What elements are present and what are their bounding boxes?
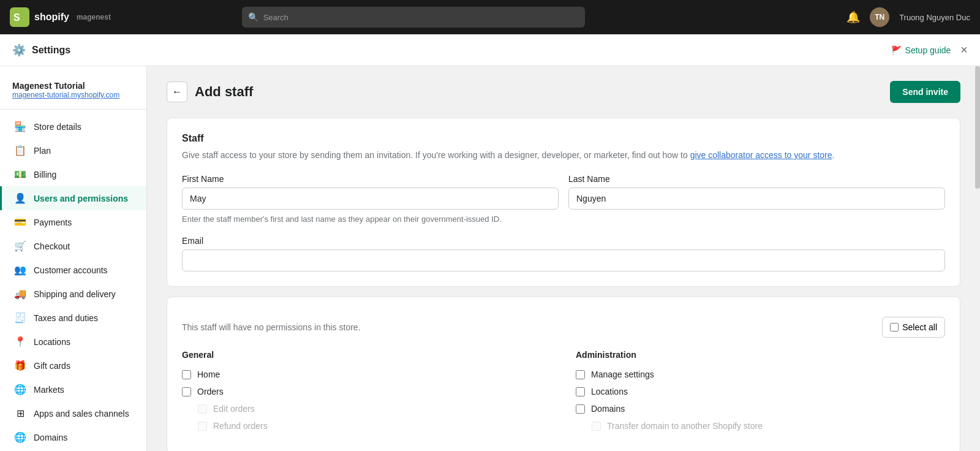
settings-title: Settings xyxy=(32,45,70,56)
store-details-icon: 🏪 xyxy=(14,121,26,132)
search-placeholder-text: Search xyxy=(263,13,288,22)
avatar: TN xyxy=(870,7,889,27)
sidebar-item-gift-cards[interactable]: 🎁 Gift cards xyxy=(0,354,146,377)
staff-section-title: Staff xyxy=(182,133,945,144)
perm-manage-settings-checkbox[interactable] xyxy=(576,370,585,379)
topbar-right: 🔔 TN Truong Nguyen Duc xyxy=(846,7,970,27)
payments-icon: 💳 xyxy=(14,216,26,228)
store-name: Magenest Tutorial xyxy=(12,81,134,91)
perm-manage-settings-label: Manage settings xyxy=(591,370,654,379)
sidebar-item-label: Plan xyxy=(34,146,51,156)
general-permissions-col: General Home Orders Edit orders xyxy=(182,350,551,438)
perm-home-checkbox[interactable] xyxy=(182,370,191,379)
select-all-button[interactable]: Select all xyxy=(882,317,945,338)
collab-link[interactable]: give collaborator access to your store xyxy=(690,150,832,160)
topbar-search-bar[interactable]: 🔍 Search xyxy=(242,7,585,28)
first-name-input[interactable] xyxy=(182,188,559,210)
perm-refund-orders: Refund orders xyxy=(182,421,551,431)
first-name-label: First Name xyxy=(182,174,559,184)
billing-icon: 💵 xyxy=(14,169,26,180)
perm-refund-orders-label: Refund orders xyxy=(213,421,268,431)
page-header: ← Add staff Send invite xyxy=(167,81,960,103)
sidebar-item-apps-sales-channels[interactable]: ⊞ Apps and sales channels xyxy=(0,401,146,425)
email-label: Email xyxy=(182,236,945,246)
scroll-thumb[interactable] xyxy=(975,66,980,189)
markets-icon: 🌐 xyxy=(14,384,26,395)
setup-guide-link[interactable]: 🚩 Setup guide xyxy=(891,45,951,55)
last-name-input[interactable] xyxy=(568,188,945,210)
shipping-icon: 🚚 xyxy=(14,288,26,300)
name-hint: Enter the staff member's first and last … xyxy=(182,214,945,224)
settings-bar: ⚙️ Settings 🚩 Setup guide × xyxy=(0,34,980,66)
send-invite-button[interactable]: Send invite xyxy=(890,81,960,103)
domains-icon: 🌐 xyxy=(14,431,26,443)
apps-icon: ⊞ xyxy=(14,407,26,419)
topbar: S shopify magenest 🔍 Search 🔔 TN Truong … xyxy=(0,0,980,34)
perm-admin-domains-checkbox[interactable] xyxy=(576,404,585,414)
main-layout: Magenest Tutorial magenest-tutorial.mysh… xyxy=(0,66,980,451)
perm-orders-label: Orders xyxy=(197,387,224,396)
email-input[interactable] xyxy=(182,249,945,271)
perm-refund-orders-checkbox[interactable] xyxy=(198,422,207,431)
flag-icon: 🚩 xyxy=(891,45,902,55)
username-label: Truong Nguyen Duc xyxy=(899,13,970,22)
select-all-label: Select all xyxy=(902,322,937,332)
sidebar-item-label: Locations xyxy=(34,337,70,347)
sidebar-item-label: Gift cards xyxy=(34,361,70,371)
sidebar-item-markets[interactable]: 🌐 Markets xyxy=(0,377,146,401)
checkout-icon: 🛒 xyxy=(14,240,26,252)
perm-edit-orders: Edit orders xyxy=(182,404,551,414)
sidebar-item-users-permissions[interactable]: 👤 Users and permissions xyxy=(0,186,146,210)
topbar-logo-text: shopify xyxy=(34,12,69,23)
perm-admin-domains: Domains xyxy=(576,404,945,414)
staff-desc-text: Give staff access to your store by sendi… xyxy=(182,150,688,160)
store-info: Magenest Tutorial magenest-tutorial.mysh… xyxy=(0,76,146,110)
back-button[interactable]: ← xyxy=(167,81,187,102)
sidebar-item-taxes-duties[interactable]: 🧾 Taxes and duties xyxy=(0,306,146,330)
sidebar-item-billing[interactable]: 💵 Billing xyxy=(0,162,146,186)
perm-admin-locations-checkbox[interactable] xyxy=(576,387,585,396)
search-icon: 🔍 xyxy=(248,12,258,22)
sidebar-item-label: Payments xyxy=(34,218,72,227)
sidebar-item-label: Apps and sales channels xyxy=(34,409,129,419)
staff-section-desc: Give staff access to your store by sendi… xyxy=(182,149,945,162)
content-area: ← Add staff Send invite Staff Give staff… xyxy=(147,66,980,451)
perm-orders-checkbox[interactable] xyxy=(182,387,191,396)
perm-transfer-domain-checkbox[interactable] xyxy=(592,422,601,431)
notifications-icon[interactable]: 🔔 xyxy=(846,10,860,24)
perm-transfer-domain-label: Transfer domain to another Shopify store xyxy=(607,421,763,431)
close-button[interactable]: × xyxy=(960,43,968,57)
sidebar-item-customer-accounts[interactable]: 👥 Customer accounts xyxy=(0,258,146,282)
customer-icon: 👥 xyxy=(14,264,26,276)
users-icon: 👤 xyxy=(14,192,26,204)
page-header-left: ← Add staff xyxy=(167,81,253,102)
perm-orders: Orders xyxy=(182,387,551,396)
staff-card: Staff Give staff access to your store by… xyxy=(167,118,960,287)
svg-text:S: S xyxy=(13,12,20,23)
sidebar-item-domains[interactable]: 🌐 Domains xyxy=(0,425,146,449)
taxes-icon: 🧾 xyxy=(14,312,26,324)
sidebar-item-label: Customer accounts xyxy=(34,265,108,275)
plan-icon: 📋 xyxy=(14,145,26,156)
locations-icon: 📍 xyxy=(14,336,26,347)
sidebar-item-label: Domains xyxy=(34,433,67,442)
sidebar-item-shipping-delivery[interactable]: 🚚 Shipping and delivery xyxy=(0,282,146,306)
perm-manage-settings: Manage settings xyxy=(576,370,945,379)
perm-edit-orders-checkbox[interactable] xyxy=(198,404,207,414)
sidebar-item-label: Shipping and delivery xyxy=(34,289,116,299)
perm-transfer-domain: Transfer domain to another Shopify store xyxy=(576,421,945,431)
email-group: Email xyxy=(182,236,945,271)
page-title: Add staff xyxy=(195,84,253,100)
perm-admin-locations-label: Locations xyxy=(591,387,628,396)
sidebar-item-checkout[interactable]: 🛒 Checkout xyxy=(0,234,146,258)
sidebar-item-payments[interactable]: 💳 Payments xyxy=(0,210,146,234)
store-url[interactable]: magenest-tutorial.myshopify.com xyxy=(12,91,134,99)
setup-guide-label: Setup guide xyxy=(905,45,951,55)
sidebar-item-locations[interactable]: 📍 Locations xyxy=(0,330,146,354)
sidebar-item-store-details[interactable]: 🏪 Store details xyxy=(0,115,146,138)
sidebar-item-label: Users and permissions xyxy=(34,194,128,203)
sidebar-item-plan[interactable]: 📋 Plan xyxy=(0,138,146,162)
settings-gear-icon: ⚙️ xyxy=(12,44,26,57)
select-all-checkbox[interactable] xyxy=(890,323,899,332)
scroll-track xyxy=(975,66,980,451)
